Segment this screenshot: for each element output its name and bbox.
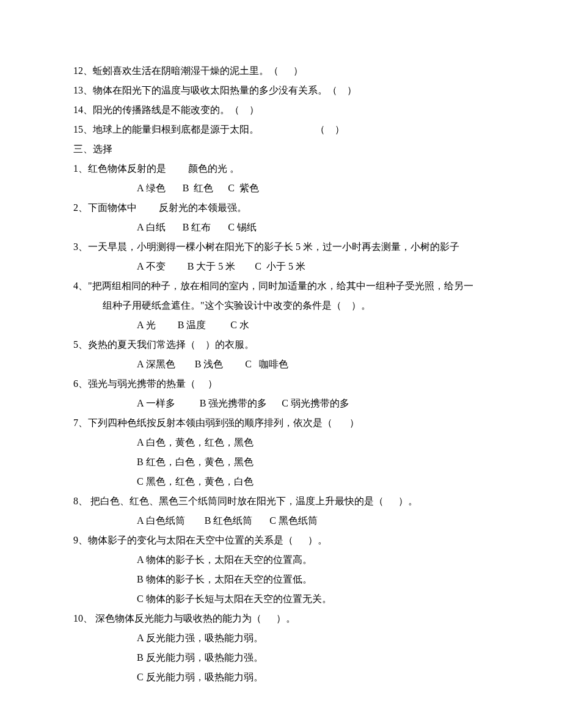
- mc-q9-option-b: B 物体的影子长，太阳在天空的位置低。: [73, 570, 489, 589]
- mc-q7-option-b: B 红色，白色，黄色，黑色: [73, 452, 489, 472]
- mc-q10-option-b: B 反光能力弱，吸热能力强。: [73, 648, 489, 667]
- mc-q6-stem: 6、强光与弱光携带的热量（ ）: [73, 374, 489, 394]
- tf-q12: 12、蚯蚓喜欢生活在阴暗潮湿干燥的泥土里。（ ）: [73, 61, 489, 81]
- mc-q9-stem: 9、物体影子的变化与太阳在天空中位置的关系是（ ）。: [73, 531, 489, 550]
- mc-q3-options: A 不变 B 大于 5 米 C 小于 5 米: [73, 257, 489, 276]
- mc-q5-stem: 5、炎热的夏天我们常选择（ ）的衣服。: [73, 335, 489, 355]
- mc-q8-options: A 白色纸筒 B 红色纸筒 C 黑色纸筒: [73, 511, 489, 531]
- mc-q4-options: A 光 B 温度 C 水: [73, 315, 489, 335]
- section-3-title: 三、选择: [73, 139, 489, 159]
- mc-q2-stem: 2、下面物体中 反射光的本领最强。: [73, 198, 489, 218]
- mc-q1-stem: 1、红色物体反射的是 颜色的光 。: [73, 159, 489, 178]
- mc-q2-options: A 白纸 B 红布 C 锡纸: [73, 218, 489, 237]
- mc-q9-option-c: C 物体的影子长短与太阳在天空的位置无关。: [73, 589, 489, 609]
- tf-q15: 15、地球上的能量归根到底都是源于太阳。 （ ）: [73, 120, 489, 139]
- mc-q1-options: A 绿色 B 红色 C 紫色: [73, 178, 489, 198]
- mc-q10-option-a: A 反光能力强，吸热能力弱。: [73, 628, 489, 648]
- mc-q4-stem-line1: 4、"把两组相同的种子，放在相同的室内，同时加适量的水，给其中一组种子受光照，给…: [73, 276, 489, 296]
- mc-q4-stem-line2: 组种子用硬纸盒遮住。"这个实验设计中改变的条件是（ ）。: [73, 296, 489, 315]
- mc-q3-stem: 3、一天早晨，小明测得一棵小树在阳光下的影子长 5 米，过一小时再去测量，小树的…: [73, 237, 489, 257]
- mc-q7-option-a: A 白色，黄色，红色，黑色: [73, 433, 489, 452]
- mc-q7-stem: 7、下列四种色纸按反射本领由弱到强的顺序排列，依次是（ ）: [73, 413, 489, 433]
- tf-q14: 14、阳光的传播路线是不能改变的。（ ）: [73, 100, 489, 120]
- mc-q5-options: A 深黑色 B 浅色 C 咖啡色: [73, 355, 489, 374]
- mc-q10-option-c: C 反光能力弱，吸热能力弱。: [73, 667, 489, 687]
- mc-q7-option-c: C 黑色，红色，黄色，白色: [73, 472, 489, 491]
- tf-q13: 13、物体在阳光下的温度与吸收太阳热量的多少没有关系。（ ）: [73, 81, 489, 100]
- mc-q8-stem: 8、 把白色、红色、黑色三个纸筒同时放在阳光下，温度上升最快的是（ ）。: [73, 491, 489, 511]
- mc-q6-options: A 一样多 B 强光携带的多 C 弱光携带的多: [73, 394, 489, 413]
- mc-q10-stem: 10、 深色物体反光能力与吸收热的能力为（ ）。: [73, 609, 489, 628]
- mc-q9-option-a: A 物体的影子长，太阳在天空的位置高。: [73, 550, 489, 570]
